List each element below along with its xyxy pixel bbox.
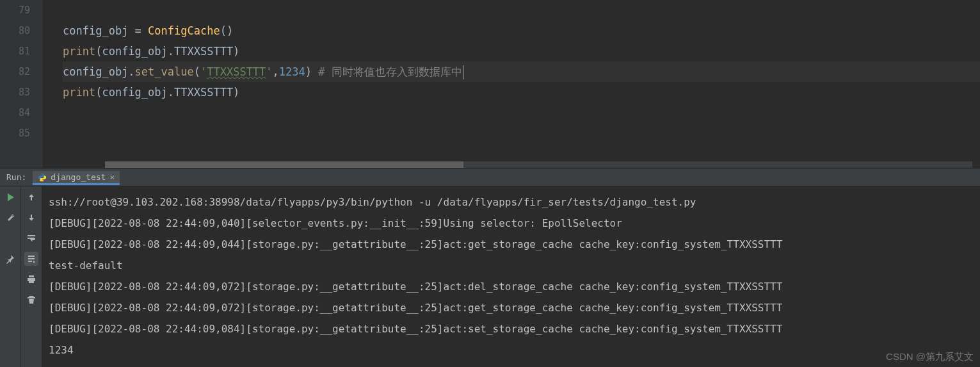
close-icon[interactable]: × <box>109 172 115 182</box>
code-line[interactable]: config_obj = ConfigCache() <box>63 20 980 41</box>
run-toolbar-left <box>0 186 21 367</box>
run-tool-window: Run: django_test × ssh://root@39.103.202… <box>0 168 980 367</box>
soft-wrap-button[interactable] <box>24 231 38 245</box>
code-content[interactable]: config_obj = ConfigCache()print(config_o… <box>42 0 980 168</box>
line-number: 79 <box>0 0 30 20</box>
run-header: Run: django_test × <box>0 168 980 186</box>
down-button[interactable] <box>24 211 38 225</box>
code-editor[interactable]: 79808182838485 config_obj = ConfigCache(… <box>0 0 980 168</box>
scrollbar-thumb[interactable] <box>105 161 463 168</box>
watermark: CSDN @第九系艾文 <box>886 351 974 363</box>
line-number-gutter: 79808182838485 <box>0 0 42 168</box>
run-toolbar-secondary <box>21 186 42 367</box>
code-line[interactable] <box>63 102 980 123</box>
text-cursor <box>463 65 463 79</box>
print-button[interactable] <box>24 272 38 286</box>
scroll-to-end-button[interactable] <box>24 252 38 266</box>
line-number: 80 <box>0 20 30 41</box>
pin-button[interactable] <box>3 252 17 266</box>
line-number: 82 <box>0 61 30 82</box>
run-tab-django-test[interactable]: django_test × <box>33 170 120 185</box>
console-output[interactable]: ssh://root@39.103.202.168:38998/data/fly… <box>42 186 980 367</box>
run-button[interactable] <box>3 190 17 204</box>
python-icon <box>38 173 47 182</box>
edit-config-button[interactable] <box>3 211 17 225</box>
line-number: 84 <box>0 102 30 123</box>
line-number: 81 <box>0 41 30 61</box>
code-line[interactable]: config_obj.set_value('TTXXSSTTT',1234) #… <box>63 61 980 82</box>
code-line[interactable]: print(config_obj.TTXXSSTTT) <box>63 41 980 61</box>
run-label: Run: <box>0 172 33 182</box>
run-tab-label: django_test <box>51 172 106 182</box>
code-line[interactable]: print(config_obj.TTXXSSTTT) <box>63 82 980 102</box>
stop-button[interactable] <box>3 231 17 245</box>
up-button[interactable] <box>24 190 38 204</box>
code-line[interactable] <box>63 0 980 20</box>
horizontal-scrollbar[interactable] <box>105 161 972 168</box>
line-number: 85 <box>0 123 30 143</box>
code-line[interactable] <box>63 123 980 143</box>
line-number: 83 <box>0 82 30 102</box>
trash-button[interactable] <box>24 293 38 307</box>
